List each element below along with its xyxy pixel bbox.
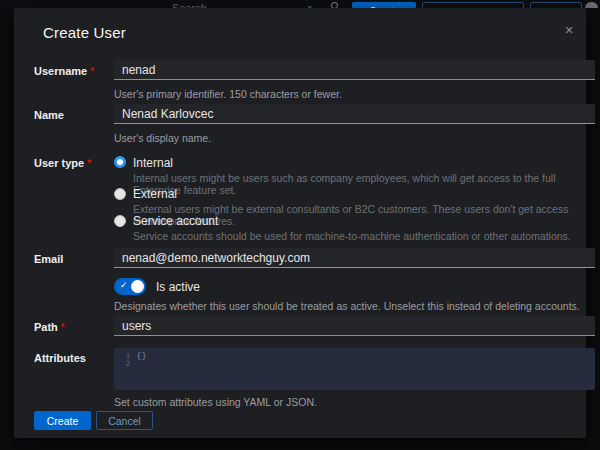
username-help: User's primary identifier. 150 character…: [114, 88, 342, 100]
user-type-label-text: User type: [34, 157, 84, 169]
required-asterisk: *: [61, 322, 65, 333]
username-label-text: Username: [34, 65, 87, 77]
radio-internal[interactable]: [114, 156, 126, 168]
username-input[interactable]: [114, 60, 595, 80]
required-asterisk: *: [90, 66, 94, 77]
user-type-label: User type*: [34, 157, 110, 169]
close-icon[interactable]: ✕: [561, 22, 577, 38]
name-help: User's display name.: [114, 132, 211, 144]
chevron-down-icon[interactable]: ⌄: [306, 0, 314, 8]
path-input[interactable]: [114, 316, 595, 336]
create-button[interactable]: Create: [34, 411, 91, 430]
is-active-label: Is active: [156, 280, 200, 294]
email-label: Email: [34, 253, 110, 265]
attributes-help: Set custom attributes using YAML or JSON…: [114, 396, 317, 408]
name-label: Name: [34, 109, 110, 121]
path-label-text: Path: [34, 321, 58, 333]
radio-external[interactable]: [114, 188, 126, 200]
modal-title: Create User: [43, 24, 126, 41]
is-active-help: Designates whether this user should be t…: [114, 300, 580, 312]
name-input[interactable]: [114, 104, 595, 124]
required-asterisk: *: [87, 158, 91, 169]
radio-internal-label[interactable]: Internal: [133, 156, 173, 170]
cancel-button[interactable]: Cancel: [96, 411, 153, 430]
radio-internal-desc: Internal users might be users such as co…: [133, 172, 573, 196]
code-line-numbers: 1 2: [120, 352, 130, 368]
radio-service-account-desc: Service accounts should be used for mach…: [133, 230, 573, 242]
radio-service-account-label[interactable]: Service account: [133, 214, 218, 228]
theme-toggle-pill[interactable]: [585, 2, 598, 8]
check-icon: ✓: [120, 280, 128, 290]
toggle-knob: [131, 280, 144, 293]
code-content[interactable]: {}: [136, 351, 147, 361]
create-user-modal: Create User ✕ Username* User's primary i…: [14, 8, 586, 438]
radio-service-account[interactable]: [114, 215, 126, 227]
background-topbar: Search ⌄ Create Create Service account R…: [0, 0, 600, 8]
attributes-label: Attributes: [34, 352, 110, 364]
email-field[interactable]: [114, 248, 595, 268]
username-label: Username*: [34, 65, 110, 77]
is-active-toggle[interactable]: ✓: [114, 278, 146, 295]
path-label: Path*: [34, 321, 110, 333]
radio-external-label[interactable]: External: [133, 187, 177, 201]
attributes-code-editor[interactable]: 1 2 {}: [114, 348, 595, 390]
